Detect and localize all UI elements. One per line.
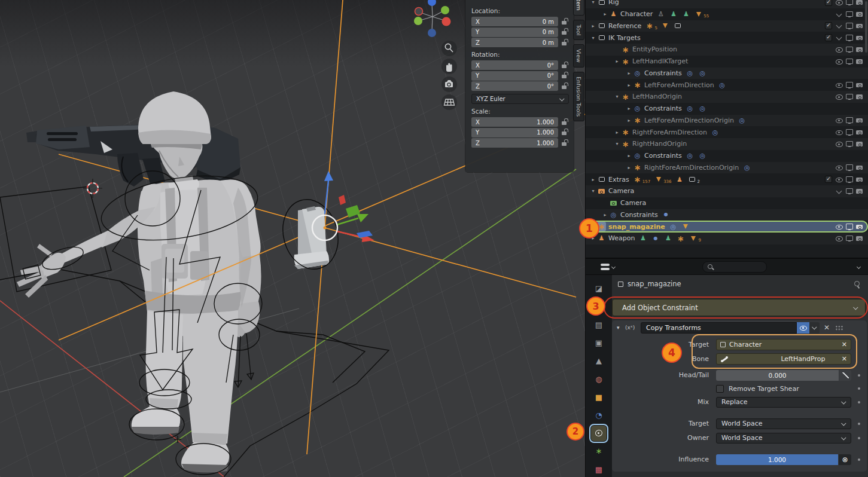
disclosure-closed-icon[interactable]: ▸ bbox=[625, 106, 633, 111]
search-input[interactable] bbox=[714, 263, 756, 271]
expand-arrow-icon[interactable]: ▾ bbox=[617, 325, 625, 331]
decorator-dot[interactable] bbox=[858, 423, 860, 425]
decorator-dot[interactable] bbox=[858, 387, 860, 390]
outliner-row[interactable]: ▸∗RightForeArmDirection◎ bbox=[586, 126, 868, 138]
add-object-constraint-button[interactable]: Add Object Constraint bbox=[612, 299, 866, 316]
tab-view-layer[interactable]: ▣ bbox=[591, 335, 607, 351]
render-visibility-icon[interactable] bbox=[855, 33, 866, 42]
tab-scene[interactable]: ▲ bbox=[591, 353, 607, 369]
tab-constraints[interactable] bbox=[591, 426, 607, 441]
constraint-panel-header[interactable]: ▾ (xˣ) Copy Transforms ✕ bbox=[612, 320, 867, 335]
render-visibility-icon[interactable] bbox=[855, 116, 866, 125]
disclosure-open-icon[interactable]: ▾ bbox=[589, 35, 597, 41]
nav-axis-y[interactable] bbox=[441, 6, 449, 14]
outliner-editor[interactable]: ▾Rig▸♟Character♙♟♟55▸Reference∗5▾IK Targ… bbox=[585, 0, 868, 259]
target-object-field[interactable]: Character ✕ bbox=[716, 339, 851, 350]
location-y-field[interactable]: Y0 m bbox=[471, 27, 558, 37]
disclosure-open-icon[interactable]: ▾ bbox=[589, 188, 597, 194]
lock-icon[interactable] bbox=[561, 62, 569, 69]
constraint-visibility-toggle[interactable] bbox=[797, 322, 809, 334]
render-visibility-icon[interactable] bbox=[855, 128, 866, 137]
influence-slider[interactable]: 1.000 bbox=[716, 454, 838, 465]
outliner-row[interactable]: ▸Extras∗157336♟2 bbox=[586, 173, 868, 185]
hide-chevron-icon[interactable] bbox=[834, 33, 845, 42]
sidebar-tab-tool[interactable]: Tool bbox=[573, 20, 584, 40]
hide-chevron-icon[interactable] bbox=[834, 10, 845, 19]
nav-axis-x-neg[interactable] bbox=[415, 8, 423, 16]
render-visibility-icon[interactable] bbox=[855, 234, 866, 243]
disclosure-closed-icon[interactable]: ▸ bbox=[601, 212, 609, 218]
render-visibility-icon[interactable] bbox=[855, 222, 866, 231]
3d-viewport[interactable]: Location: X0 m Y0 m Z0 m Rotation: X0° Y… bbox=[0, 0, 585, 477]
lock-icon[interactable] bbox=[561, 28, 569, 36]
outliner-row[interactable]: ▸∗LeftForeArmDirectionOrigin◎ bbox=[586, 115, 868, 127]
nav-axis-x[interactable] bbox=[442, 17, 451, 26]
render-visibility-icon[interactable] bbox=[855, 10, 866, 19]
screen-visibility-icon[interactable] bbox=[844, 116, 855, 125]
location-z-field[interactable]: Z0 m bbox=[471, 38, 558, 47]
target-space-dropdown[interactable]: World Space bbox=[716, 418, 851, 429]
render-visibility-icon[interactable] bbox=[855, 0, 866, 7]
outliner-row[interactable]: ∗EntityPosition bbox=[586, 44, 868, 56]
screen-visibility-icon[interactable] bbox=[844, 0, 855, 7]
eye-icon[interactable] bbox=[834, 57, 845, 66]
outliner-row[interactable]: ▸Reference∗5 bbox=[586, 20, 868, 32]
decorator-dot[interactable] bbox=[858, 374, 860, 377]
outliner-row[interactable]: ▾Camera bbox=[586, 185, 868, 197]
pin-icon[interactable] bbox=[853, 281, 861, 289]
sidebar-tab-view[interactable]: View bbox=[573, 44, 584, 68]
close-icon[interactable]: ✕ bbox=[824, 323, 830, 332]
constraint-extras-dropdown[interactable] bbox=[809, 322, 820, 334]
outliner-row[interactable]: ▸◎Constraints◎◎ bbox=[586, 103, 868, 115]
eye-icon[interactable] bbox=[834, 116, 845, 125]
checkbox-icon[interactable] bbox=[823, 22, 834, 30]
screen-visibility-icon[interactable] bbox=[844, 234, 855, 243]
screen-visibility-icon[interactable] bbox=[844, 57, 855, 66]
tab-data[interactable]: ∗ bbox=[591, 444, 607, 459]
outliner-row[interactable]: ▸∗LeftForeArmDirection◎ bbox=[586, 79, 868, 91]
scale-z-field[interactable]: Z1.000 bbox=[471, 138, 558, 148]
eye-icon[interactable] bbox=[834, 92, 845, 101]
clear-icon[interactable]: ✕ bbox=[842, 341, 847, 348]
drag-handle-icon[interactable] bbox=[835, 325, 843, 331]
gizmo-plane-x[interactable] bbox=[339, 195, 346, 205]
eye-icon[interactable] bbox=[834, 81, 845, 90]
disclosure-closed-icon[interactable]: ▸ bbox=[625, 165, 633, 170]
render-visibility-icon[interactable] bbox=[855, 163, 866, 172]
decorator-dot[interactable] bbox=[858, 401, 860, 403]
gizmo-y-arrow[interactable] bbox=[357, 214, 368, 222]
screen-visibility-icon[interactable] bbox=[844, 163, 855, 172]
head-tail-slider[interactable]: 0.000 bbox=[716, 370, 839, 381]
rotation-mode-dropdown[interactable]: XYZ Euler bbox=[471, 94, 569, 104]
scale-y-field[interactable]: Y1.000 bbox=[471, 128, 558, 137]
bone-field[interactable]: LeftHandProp ✕ bbox=[716, 353, 851, 365]
eye-icon[interactable] bbox=[834, 175, 845, 184]
disclosure-closed-icon[interactable]: ▸ bbox=[625, 118, 633, 123]
screen-visibility-icon[interactable] bbox=[844, 81, 855, 90]
checkbox-icon[interactable] bbox=[823, 175, 834, 184]
lock-icon[interactable] bbox=[561, 72, 569, 80]
outliner-row[interactable]: ▸∗RightForeArmDirectionOrigin◎ bbox=[586, 162, 868, 174]
checkbox-icon[interactable] bbox=[823, 33, 834, 42]
screen-visibility-icon[interactable] bbox=[844, 128, 855, 137]
tab-world[interactable]: ◍ bbox=[591, 371, 607, 387]
editor-type-button[interactable] bbox=[599, 261, 620, 273]
viewport-buttons[interactable] bbox=[441, 41, 457, 110]
hide-chevron-icon[interactable] bbox=[834, 22, 845, 30]
outliner-row[interactable]: ▸◎Constraints◎◎ bbox=[586, 68, 868, 80]
eye-icon[interactable] bbox=[834, 45, 845, 54]
rotation-x-field[interactable]: X0° bbox=[471, 60, 558, 70]
outliner-row[interactable]: ▾IK Targets bbox=[586, 32, 868, 44]
disclosure-open-icon[interactable]: ▾ bbox=[613, 94, 621, 99]
screen-visibility-icon[interactable] bbox=[844, 92, 855, 101]
outliner-row[interactable]: ▾∗LeftHandOrigin bbox=[586, 91, 868, 103]
lock-icon[interactable] bbox=[561, 39, 569, 47]
disclosure-closed-icon[interactable]: ▸ bbox=[589, 23, 597, 29]
render-visibility-icon[interactable] bbox=[855, 57, 866, 66]
sidebar-tab-enfusion-tools[interactable]: Enfusion Tools bbox=[573, 72, 584, 121]
clear-icon[interactable]: ✕ bbox=[842, 355, 847, 363]
decorator-dot[interactable] bbox=[858, 458, 860, 461]
tab-output[interactable]: ▤ bbox=[591, 317, 607, 332]
lock-icon[interactable] bbox=[561, 82, 569, 90]
disclosure-open-icon[interactable]: ▾ bbox=[589, 0, 597, 5]
